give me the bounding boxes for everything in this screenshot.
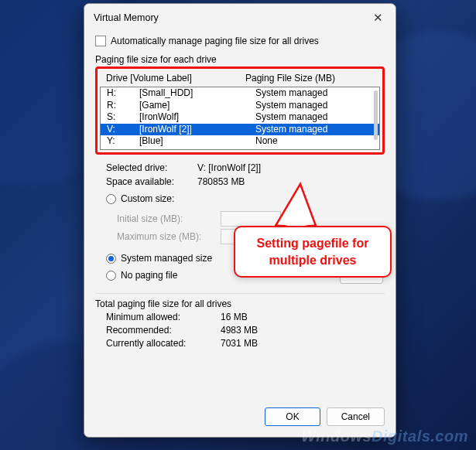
auto-manage-label: Automatically manage paging file size fo… (111, 36, 319, 46)
close-icon[interactable]: ✕ (368, 10, 388, 25)
auto-manage-checkbox[interactable] (95, 36, 106, 46)
selected-drive-value: V: [IronWolf [2]] (197, 162, 261, 173)
drive-volume-label: [Game] (139, 100, 255, 112)
drive-volume-label: [Blue] (139, 135, 255, 148)
initial-size-label: Initial size (MB): (117, 213, 214, 224)
custom-size-label: Custom size: (121, 193, 174, 204)
custom-size-radio[interactable] (106, 194, 116, 204)
drive-pfs: System managed (255, 100, 373, 112)
divider (95, 293, 385, 294)
recommended-value: 4983 MB (221, 325, 258, 336)
col-drive-label: Drive [Volume Label] (106, 73, 245, 84)
drive-pfs: System managed (255, 111, 373, 124)
drive-volume-label: [Small_HDD] (139, 87, 255, 100)
dialog-title: Virtual Memory (94, 12, 159, 23)
space-available-label: Space available: (106, 176, 197, 187)
virtual-memory-dialog: Virtual Memory ✕ Automatically manage pa… (84, 3, 396, 438)
maximum-size-label: Maximum size (MB): (117, 231, 214, 242)
scrollbar[interactable] (374, 90, 378, 140)
currently-allocated-label: Currently allocated: (106, 338, 221, 349)
drive-pfs: None (255, 135, 373, 148)
annotation-callout: Setting pagefile for multiple drives (234, 226, 392, 278)
titlebar: Virtual Memory ✕ (84, 4, 396, 29)
watermark-suffix: Digitals.com (372, 428, 468, 445)
drive-list-header: Drive [Volume Label] Paging File Size (M… (100, 71, 380, 87)
drive-row-selected[interactable]: V: [IronWolf [2]] System managed (101, 124, 379, 136)
drive-row[interactable]: S: [IronWolf] System managed (101, 111, 379, 124)
recommended-row: Recommended: 4983 MB (106, 325, 385, 336)
drive-list[interactable]: H: [Small_HDD] System managed R: [Game] … (100, 87, 380, 150)
drive-letter: V: (107, 124, 139, 136)
auto-manage-row[interactable]: Automatically manage paging file size fo… (95, 36, 385, 46)
min-allowed-value: 16 MB (221, 312, 248, 322)
col-pfs-label: Paging File Size (MB) (245, 73, 374, 84)
selected-drive-label: Selected drive: (106, 162, 197, 173)
system-managed-radio[interactable] (106, 254, 116, 264)
initial-size-input[interactable] (221, 211, 281, 227)
currently-allocated-value: 7031 MB (221, 338, 258, 349)
ok-button[interactable]: OK (265, 407, 320, 426)
system-managed-label: System managed size (121, 253, 212, 264)
drive-row[interactable]: Y: [Blue] None (101, 135, 379, 148)
drive-letter: Y: (107, 135, 139, 148)
space-available-row: Space available: 780853 MB (106, 176, 385, 187)
drive-row[interactable]: R: [Game] System managed (101, 100, 379, 112)
totals-header: Total paging file size for all drives (95, 298, 385, 309)
cancel-button[interactable]: Cancel (327, 407, 385, 426)
drive-list-highlight: Drive [Volume Label] Paging File Size (M… (95, 66, 385, 155)
recommended-label: Recommended: (106, 325, 221, 336)
space-available-value: 780853 MB (197, 176, 245, 187)
min-allowed-row: Minimum allowed: 16 MB (106, 312, 385, 322)
drive-volume-label: [IronWolf [2]] (139, 124, 255, 136)
section-label: Paging file size for each drive (95, 54, 385, 65)
watermark: WindowsDigitals.com (301, 428, 468, 445)
drive-letter: R: (107, 100, 139, 112)
drive-letter: S: (107, 111, 139, 124)
drive-pfs: System managed (255, 87, 373, 100)
drive-pfs: System managed (255, 124, 373, 136)
initial-size-row: Initial size (MB): (117, 211, 385, 227)
custom-size-radio-row[interactable]: Custom size: (106, 193, 385, 204)
callout-text: Setting pagefile for multiple drives (257, 237, 369, 267)
watermark-prefix: Windows (301, 428, 372, 445)
drive-letter: H: (107, 87, 139, 100)
drive-volume-label: [IronWolf] (139, 111, 255, 124)
min-allowed-label: Minimum allowed: (106, 312, 221, 322)
drive-row[interactable]: H: [Small_HDD] System managed (101, 87, 379, 100)
currently-allocated-row: Currently allocated: 7031 MB (106, 338, 385, 349)
selected-drive-row: Selected drive: V: [IronWolf [2]] (106, 162, 385, 173)
